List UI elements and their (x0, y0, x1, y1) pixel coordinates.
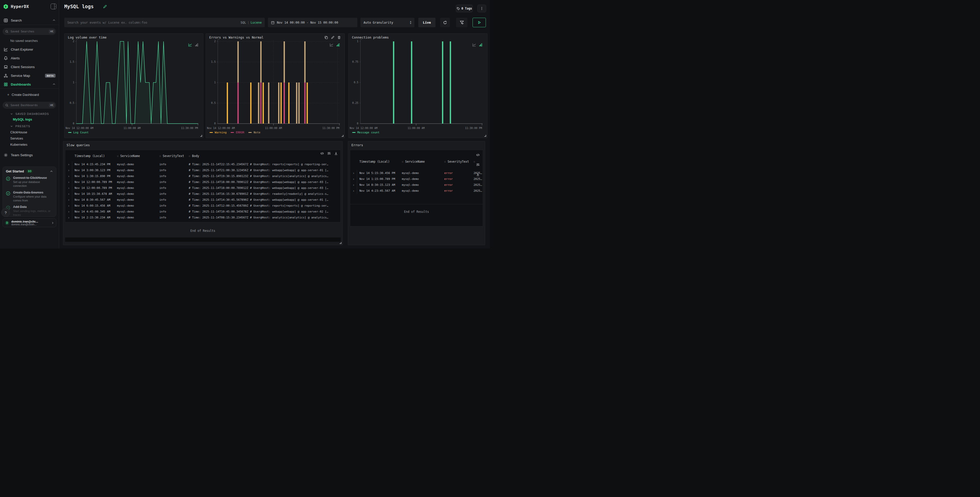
saved-dashboards-section-header[interactable]: SAVED DASHBOARDS (10, 112, 49, 115)
filter-edit-button[interactable] (456, 18, 468, 27)
sidebar-item-services[interactable]: Services (10, 137, 23, 140)
column-header[interactable]: ∷SeverityText (159, 154, 189, 158)
resize-handle-icon[interactable] (339, 242, 341, 244)
saved-searches-input[interactable]: ⌘K (3, 28, 56, 35)
get-started-step-sources[interactable]: Create Data Sources Configure where your… (6, 191, 53, 203)
sidebar-item-kubernetes[interactable]: Kubernetes (10, 143, 27, 146)
column-header[interactable]: Timestamp (Local) (360, 160, 402, 164)
sidebar-collapse-button[interactable]: ‹ (51, 3, 56, 9)
table-row[interactable]: ›Nov 14 12:00:00.789 PMmysql-demoinfo# T… (65, 185, 340, 191)
query-language-toggle[interactable]: SQL|Lucene (241, 21, 262, 24)
download-icon[interactable] (476, 173, 480, 176)
expand-row-chevron[interactable]: › (65, 173, 72, 179)
table-row[interactable]: ›Nov 14 4:15:45.234 PMmysql-demoinfo# Ti… (65, 161, 340, 167)
drag-handle-icon[interactable]: ∷ (159, 155, 161, 157)
expand-row-chevron[interactable]: › (350, 182, 357, 188)
saved-dashboards-input[interactable]: ⌘K (3, 102, 56, 109)
code-view-icon[interactable] (320, 152, 324, 155)
table-row[interactable]: ›Nov 14 1:15:00.789 PMmysql-demoerror202… (350, 176, 483, 182)
drag-handle-icon[interactable]: ∷ (474, 160, 475, 163)
date-range-picker[interactable]: Nov 14 00:00:00 - Nov 15 00:00:00 (268, 18, 357, 27)
saved-searches-field[interactable] (11, 30, 49, 33)
sidebar-item-dashboards[interactable]: Dashboards (0, 81, 59, 87)
sidebar-item-client-sessions[interactable]: Client Sessions (0, 64, 59, 70)
expand-row-chevron[interactable]: › (350, 170, 357, 176)
chart-plot[interactable]: 00.511.52Nov 14 12:00:00 AM11:00:00 AM11… (65, 34, 204, 129)
run-query-button[interactable] (473, 18, 486, 27)
chevron-up-icon[interactable] (52, 83, 56, 86)
table-row[interactable]: ›Nov 14 12:00:00.789 PMmysql-demoinfo# T… (65, 179, 340, 185)
sidebar-item-search[interactable]: Search (0, 17, 59, 24)
table-row[interactable]: ›Nov 14 8:30:45.567 AMmysql-demoinfo# Ti… (65, 197, 340, 203)
expand-row-chevron[interactable]: › (65, 197, 72, 203)
event-search-bar[interactable]: SQL|Lucene (64, 18, 265, 27)
column-header[interactable]: ∷Body (189, 154, 340, 158)
table-row[interactable]: ›Nov 14 1:30:15.890 PMmysql-demoinfo# Ti… (65, 173, 340, 179)
table-row[interactable]: ›Nov 14 10:15:30.678 AMmysql-demoinfo# T… (65, 191, 340, 197)
resize-handle-icon[interactable] (341, 135, 344, 137)
resize-handle-icon[interactable] (484, 135, 486, 137)
table-row[interactable]: ›Nov 14 8:30:15.123 AMmysql-demoerror202… (350, 182, 483, 188)
drag-handle-icon[interactable]: ∷ (189, 155, 190, 157)
sidebar-item-alerts[interactable]: Alerts (0, 55, 59, 62)
chart-plot[interactable]: 00.511.52Nov 14 12:00:00 AM11:00:00 AM11… (206, 34, 345, 129)
sidebar-item-service-map[interactable]: Service Map BETA (0, 72, 59, 79)
granularity-select[interactable]: Auto Granularity ▲▼ (360, 18, 414, 27)
chart-plot[interactable]: 00.250.50.751Nov 14 12:00:00 AM11:00:00 … (348, 34, 488, 129)
expand-row-chevron[interactable]: › (65, 185, 72, 191)
expand-row-chevron[interactable]: › (350, 188, 357, 194)
legend-item[interactable]: Note (248, 131, 261, 134)
expand-row-chevron[interactable]: › (65, 203, 72, 209)
sidebar-item-team-settings[interactable]: Team Settings (0, 152, 59, 158)
column-header[interactable]: ∷SeverityText (444, 160, 474, 164)
help-button[interactable]: ? (1, 208, 10, 217)
table-row[interactable]: ›Nov 14 3:00:30.123 PMmysql-demoinfo# Ti… (65, 167, 340, 173)
edit-title-pencil-icon[interactable] (103, 5, 107, 9)
download-icon[interactable] (334, 152, 338, 155)
wrap-lines-icon[interactable] (327, 152, 331, 155)
expand-row-chevron[interactable]: › (65, 209, 72, 214)
expand-row-chevron[interactable]: › (65, 191, 72, 197)
column-header[interactable]: Timestamp (Local) (75, 154, 117, 158)
table-row[interactable]: ›Nov 14 4:23:45.567 AMmysql-demoerror202… (350, 188, 483, 194)
saved-dashboards-field[interactable] (11, 103, 49, 107)
get-started-step-connect[interactable]: Connect to ClickHouse Set up your databa… (6, 176, 53, 188)
legend-item[interactable]: Log Count (68, 131, 89, 134)
horizontal-scrollbar[interactable] (65, 237, 340, 242)
user-menu[interactable]: D dominic.tran@clic... dominic.tran@clic… (3, 218, 56, 227)
expand-row-chevron[interactable]: › (65, 167, 72, 173)
chevron-up-icon[interactable] (52, 19, 56, 22)
event-search-input[interactable] (67, 21, 241, 24)
drag-handle-icon[interactable]: ∷ (444, 160, 446, 163)
wrap-lines-icon[interactable] (476, 163, 480, 167)
sidebar-item-clickhouse[interactable]: ClickHouse (10, 130, 27, 134)
chevron-up-icon[interactable] (50, 170, 53, 173)
tags-button[interactable]: 0 Tags (456, 5, 473, 12)
presets-section-header[interactable]: PRESETS (10, 125, 30, 128)
get-started-step-add-data[interactable]: Add Data Start sending logs, metrics, or… (6, 205, 53, 217)
sidebar-item-chart-explorer[interactable]: Chart Explorer (0, 46, 59, 53)
live-button[interactable]: Live (418, 18, 436, 27)
table-row[interactable]: ›Nov 14 4:45:00.345 AMmysql-demoinfo# Ti… (65, 209, 340, 214)
column-header[interactable]: ∷ServiceName (117, 154, 159, 158)
code-view-icon[interactable] (476, 153, 480, 157)
table-row[interactable]: ›Nov 14 5:15:30.456 PMmysql-demoerror202… (350, 170, 483, 176)
create-dashboard-button[interactable]: + Create Dashboard (7, 92, 39, 97)
table-row[interactable]: ›Nov 14 6:00:15.456 AMmysql-demoinfo# Ti… (65, 203, 340, 209)
legend-item[interactable]: ERROR (231, 131, 244, 134)
expand-row-chevron[interactable]: › (350, 176, 357, 182)
expand-row-chevron[interactable]: › (65, 161, 72, 167)
legend-item[interactable]: Warning (210, 131, 226, 134)
table-row[interactable]: ›Nov 14 2:15:30.234 AMmysql-demoinfo# Ti… (65, 214, 340, 221)
expand-row-chevron[interactable]: › (65, 214, 72, 221)
sidebar-item-mysql-logs[interactable]: MySQL logs (13, 118, 32, 121)
resize-handle-icon[interactable] (200, 135, 202, 137)
get-started-header[interactable]: Get Started 3/3 (6, 169, 53, 173)
drag-handle-icon[interactable]: ∷ (402, 160, 403, 163)
legend-item[interactable]: Message count (352, 131, 379, 134)
expand-row-chevron[interactable]: › (65, 179, 72, 185)
drag-handle-icon[interactable]: ∷ (117, 155, 119, 157)
more-options-button[interactable] (477, 5, 486, 12)
refresh-button[interactable] (440, 18, 450, 27)
column-header[interactable]: ∷ServiceName (402, 160, 444, 164)
